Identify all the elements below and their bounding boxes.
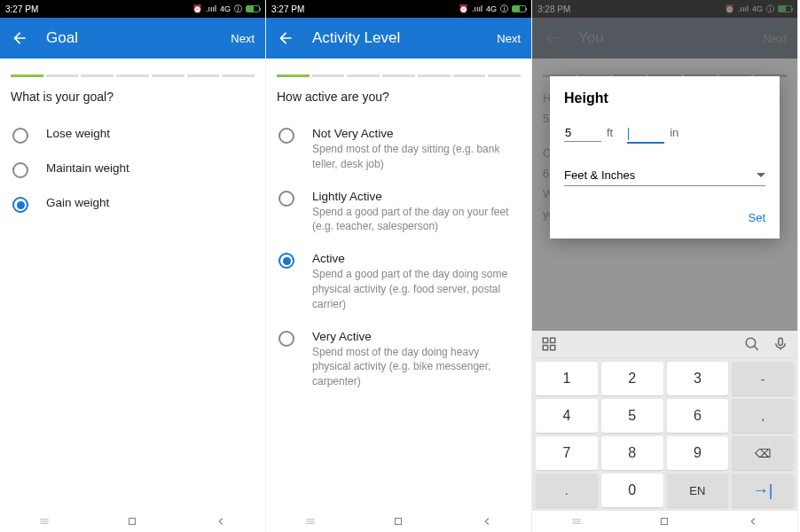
option-desc: Spend a good part of the day on your fee…	[312, 205, 519, 235]
key-1[interactable]: 1	[536, 362, 598, 395]
key-9[interactable]: 9	[667, 436, 729, 470]
back-button[interactable]	[277, 29, 294, 47]
network-label: 4G	[220, 4, 231, 13]
recent-apps-icon[interactable]	[570, 515, 583, 528]
key-8[interactable]: 8	[601, 436, 663, 470]
android-nav-bar	[0, 511, 265, 532]
svg-point-6	[746, 338, 756, 348]
app-bar: Activity Level Next	[266, 18, 531, 59]
unit-selector[interactable]: Feet & Inches	[564, 165, 765, 186]
inches-input[interactable]	[627, 124, 664, 144]
status-time: 3:27 PM	[5, 4, 38, 14]
recent-apps-icon[interactable]	[304, 515, 317, 528]
status-bar: 3:27 PM ⏰ .ıııl 4G ⓘ	[266, 0, 531, 18]
signal-icon: .ıııl	[206, 4, 216, 13]
status-bar: 3:27 PM ⏰ .ıııl 4G ⓘ	[0, 0, 265, 18]
screen-you: 3:28 PM ⏰ .ıııl 4G ⓘ You Next H 5 C 6 W …	[532, 0, 798, 532]
next-button[interactable]: Next	[497, 32, 521, 45]
home-icon[interactable]	[126, 515, 138, 528]
option-label: Gain weight	[46, 196, 109, 209]
key-0[interactable]: 0	[601, 473, 663, 507]
search-icon[interactable]	[744, 336, 760, 352]
numeric-keyboard: 1 2 3 - 4 5 6 , 7 8 9 ⌫ . 0 EN →|	[532, 331, 797, 511]
key-enter[interactable]: →|	[732, 473, 794, 507]
option-desc: Spend most of the day sitting (e.g. bank…	[312, 142, 519, 172]
question-text: How active are you?	[266, 86, 531, 118]
back-button[interactable]	[11, 29, 28, 47]
page-title: Activity Level	[312, 29, 497, 47]
option-desc: Spend a good part of the day doing some …	[312, 267, 519, 311]
back-icon[interactable]	[747, 515, 759, 528]
key-minus[interactable]: -	[732, 362, 794, 395]
dialog-title: Height	[564, 90, 765, 106]
dropdown-icon	[757, 173, 765, 177]
key-lang[interactable]: EN	[667, 473, 729, 507]
android-nav-bar	[532, 511, 797, 532]
key-3[interactable]: 3	[667, 362, 729, 395]
svg-rect-7	[779, 338, 783, 345]
option-gain-weight[interactable]: Gain weight	[0, 187, 265, 222]
svg-rect-1	[396, 519, 402, 525]
set-button[interactable]: Set	[564, 211, 765, 224]
key-dot[interactable]: .	[536, 473, 598, 507]
option-label: Lose weight	[46, 127, 110, 140]
mic-icon[interactable]	[773, 336, 788, 352]
radio-icon	[278, 191, 294, 207]
radio-icon	[12, 197, 28, 213]
radio-icon	[278, 331, 294, 347]
option-lose-weight[interactable]: Lose weight	[0, 118, 265, 153]
screen-activity: 3:27 PM ⏰ .ıııl 4G ⓘ Activity Level Next…	[266, 0, 532, 532]
unit-value: Feet & Inches	[564, 168, 635, 182]
key-5[interactable]: 5	[601, 399, 663, 433]
back-icon[interactable]	[215, 515, 227, 528]
feet-label: ft	[607, 126, 613, 139]
recent-apps-icon[interactable]	[38, 515, 51, 528]
option-title: Lightly Active	[312, 190, 519, 203]
svg-rect-0	[129, 519, 136, 525]
radio-icon	[278, 128, 294, 144]
page-title: Goal	[46, 29, 231, 47]
radio-icon	[12, 162, 28, 178]
option-title: Active	[312, 252, 519, 265]
key-4[interactable]: 4	[536, 399, 598, 433]
battery-icon	[246, 5, 260, 12]
next-button[interactable]: Next	[231, 32, 255, 45]
key-7[interactable]: 7	[536, 436, 598, 470]
question-text: What is your goal?	[0, 86, 265, 118]
option-lightly-active[interactable]: Lightly Active Spend a good part of the …	[266, 181, 531, 244]
svg-rect-2	[543, 338, 547, 342]
key-2[interactable]: 2	[601, 362, 663, 395]
app-bar: Goal Next	[0, 18, 265, 59]
option-label: Maintain weight	[46, 161, 129, 175]
option-title: Very Active	[312, 330, 519, 343]
option-desc: Spend most of the day doing heavy physic…	[312, 345, 519, 389]
inches-label: in	[670, 126, 678, 139]
home-icon[interactable]	[658, 515, 671, 528]
home-icon[interactable]	[392, 515, 404, 528]
radio-icon	[12, 128, 28, 144]
svg-rect-8	[662, 519, 668, 525]
svg-rect-3	[551, 338, 555, 342]
android-nav-bar	[266, 511, 531, 532]
key-comma[interactable]: ,	[732, 399, 794, 433]
option-very-active[interactable]: Very Active Spend most of the day doing …	[266, 321, 531, 398]
status-time: 3:27 PM	[271, 4, 304, 14]
option-maintain-weight[interactable]: Maintain weight	[0, 153, 265, 187]
screen-goal: 3:27 PM ⏰ .ıııl 4G ⓘ Goal Next What is y…	[0, 0, 266, 532]
option-title: Not Very Active	[312, 127, 519, 140]
option-active[interactable]: Active Spend a good part of the day doin…	[266, 243, 531, 320]
svg-rect-5	[551, 346, 555, 350]
key-backspace[interactable]: ⌫	[732, 436, 794, 470]
svg-rect-4	[543, 346, 547, 350]
battery-icon	[512, 5, 526, 12]
radio-icon	[278, 253, 294, 269]
progress-indicator	[0, 59, 265, 86]
alarm-icon: ⏰	[192, 4, 202, 13]
height-dialog: Height ft in Feet & Inches Set	[550, 76, 780, 239]
key-6[interactable]: 6	[667, 399, 729, 433]
grid-icon[interactable]	[541, 336, 557, 352]
option-not-very-active[interactable]: Not Very Active Spend most of the day si…	[266, 118, 531, 181]
back-icon[interactable]	[481, 515, 493, 528]
feet-input[interactable]	[564, 124, 601, 142]
progress-indicator	[266, 59, 531, 86]
